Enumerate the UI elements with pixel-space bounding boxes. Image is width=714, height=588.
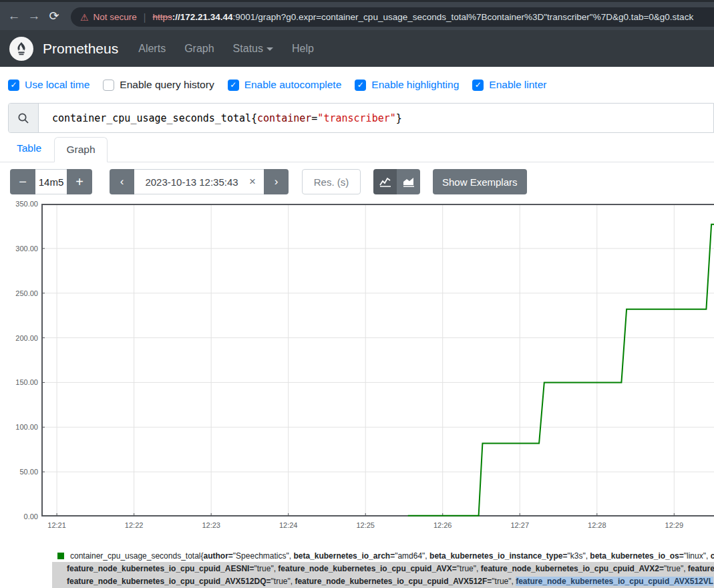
checkbox-use-local-time[interactable]: ✓Use local time xyxy=(8,79,90,91)
y-tick-label: 50.00 xyxy=(0,468,38,476)
legend-swatch-icon xyxy=(57,553,64,559)
forward-icon[interactable]: → xyxy=(24,9,44,23)
prev-time-button[interactable]: ‹ xyxy=(110,169,134,194)
stacked-graph-toggle[interactable] xyxy=(397,169,420,194)
nav-graph[interactable]: Graph xyxy=(184,43,214,55)
show-exemplars-button[interactable]: Show Exemplars xyxy=(433,169,527,194)
x-tick-label: 12:27 xyxy=(505,521,534,529)
chart-legend[interactable]: container_cpu_usage_seconds_total{author… xyxy=(52,549,714,588)
decrease-duration-button[interactable]: − xyxy=(10,169,35,194)
legend-line: feature_node_kubernetes_io_cpu_cpuid_AES… xyxy=(52,562,714,575)
legend-text: "amd64", xyxy=(395,551,429,561)
back-icon[interactable]: ← xyxy=(4,9,24,23)
y-tick-label: 250.00 xyxy=(0,289,38,297)
tab-table[interactable]: Table xyxy=(17,142,41,154)
duration-input[interactable] xyxy=(35,169,67,194)
next-time-button[interactable]: › xyxy=(264,169,289,194)
stacked-chart-icon xyxy=(403,176,415,187)
time-group: ‹ 2023-10-13 12:35:43 × › xyxy=(110,169,289,194)
legend-text: feature_node_kubernetes_io_cpu_cpuid_AES… xyxy=(67,564,254,573)
increase-duration-button[interactable]: + xyxy=(67,169,92,194)
y-tick-label: 350.00 xyxy=(0,200,38,208)
nav-help[interactable]: Help xyxy=(292,43,314,55)
legend-text: "Speechmatics", xyxy=(233,551,294,561)
checked-checkbox-icon[interactable]: ✓ xyxy=(355,80,366,91)
legend-text: "true", xyxy=(664,564,688,573)
line-graph-toggle[interactable] xyxy=(373,169,397,194)
query-input-group: container_cpu_usage_seconds_total{contai… xyxy=(8,103,714,133)
nav-status[interactable]: Status xyxy=(233,43,273,55)
checkbox-enable-query-history[interactable]: Enable query history xyxy=(103,79,214,91)
legend-text: container_cpu_usage_seconds_total{ xyxy=(70,551,204,561)
checked-checkbox-icon[interactable]: ✓ xyxy=(228,80,239,91)
reload-icon[interactable]: ⟳ xyxy=(44,9,64,23)
legend-text: author= xyxy=(204,551,233,561)
chevron-down-icon xyxy=(266,47,273,51)
checkbox-label: Enable highlighting xyxy=(371,79,459,91)
datetime-input[interactable]: 2023-10-13 12:35:43 × xyxy=(134,169,264,194)
flame-icon xyxy=(14,41,29,56)
datetime-value: 2023-10-13 12:35:43 xyxy=(134,176,249,188)
browser-toolbar: ← → ⟳ ⚠ Not secure | https ://172.21.34.… xyxy=(0,0,714,30)
legend-text: "true", xyxy=(457,564,481,573)
checkbox-label: Enable linter xyxy=(489,79,546,91)
legend-text: beta_kubernetes_io_os= xyxy=(590,551,683,561)
y-tick-label: 150.00 xyxy=(0,378,38,386)
line-chart-icon xyxy=(379,176,391,187)
resolution-input[interactable] xyxy=(302,169,361,194)
x-tick-label: 12:22 xyxy=(120,521,149,529)
search-icon xyxy=(9,104,39,132)
x-tick-label: 12:24 xyxy=(274,521,303,529)
y-tick-label: 0.00 xyxy=(0,512,38,521)
legend-text: "true", xyxy=(254,564,278,573)
legend-text: "linux", xyxy=(684,551,711,561)
checkbox-enable-autocomplete[interactable]: ✓Enable autocomplete xyxy=(228,79,342,91)
x-tick-label: 12:21 xyxy=(42,521,71,529)
settings-row: ✓Use local timeEnable query history✓Enab… xyxy=(8,75,560,95)
legend-text: feature_node_kubernetes_io_cpu_cpuid_AVX… xyxy=(481,564,664,573)
clear-datetime-icon[interactable]: × xyxy=(249,175,264,188)
brand-title[interactable]: Prometheus xyxy=(43,41,118,57)
url-host: ://172.21.34.44 xyxy=(172,12,233,22)
graph-controls: − + ‹ 2023-10-13 12:35:43 × › Show Exemp… xyxy=(0,169,714,194)
legend-text: beta_kubernetes_io_instance_type= xyxy=(429,551,567,561)
prometheus-logo-icon[interactable] xyxy=(9,37,33,61)
tab-graph[interactable]: Graph xyxy=(54,137,108,162)
url-scheme: https xyxy=(152,12,172,22)
query-token: "transcriber" xyxy=(317,112,395,124)
legend-text: feature xyxy=(688,564,714,573)
legend-text: "k3s", xyxy=(567,551,590,561)
x-tick-label: 12:23 xyxy=(196,521,226,529)
query-token: container_cpu_usage_seconds_total{ xyxy=(52,112,257,124)
query-expression-input[interactable]: container_cpu_usage_seconds_total{contai… xyxy=(39,104,713,132)
legend-text: feature_node_kubernetes_io_cpu_cpuid_AVX… xyxy=(295,577,492,586)
checkbox-enable-highlighting[interactable]: ✓Enable highlighting xyxy=(355,79,459,91)
checked-checkbox-icon[interactable]: ✓ xyxy=(8,80,19,91)
y-tick-label: 300.00 xyxy=(0,245,38,253)
duration-group: − + xyxy=(10,169,92,194)
legend-line: container_cpu_usage_seconds_total{author… xyxy=(52,549,714,562)
nav-alerts[interactable]: Alerts xyxy=(138,43,166,55)
selected-legend-text: feature_node_kubernetes_io_cpu_cpuid_AVX… xyxy=(516,577,713,586)
panel-tabs: Table Graph xyxy=(0,137,714,162)
legend-line: feature_node_kubernetes_io_cpu_cpuid_AVX… xyxy=(52,575,714,588)
chart-type-toggle xyxy=(373,169,420,194)
y-tick-label: 200.00 xyxy=(0,334,38,342)
x-tick-label: 12:28 xyxy=(582,521,612,529)
checkbox-label: Use local time xyxy=(25,79,90,91)
url-path: :9001/graph?g0.expr=container_cpu_usage_… xyxy=(233,12,694,22)
line-chart xyxy=(41,204,714,517)
query-token: } xyxy=(396,112,402,124)
unchecked-checkbox-icon[interactable] xyxy=(103,80,114,91)
legend-text: "true", xyxy=(492,577,516,586)
graph-plot-area[interactable] xyxy=(41,204,714,517)
x-tick-label: 12:29 xyxy=(659,521,689,529)
x-tick-label: 12:25 xyxy=(351,521,380,529)
checked-checkbox-icon[interactable]: ✓ xyxy=(472,80,484,91)
not-secure-label: Not secure xyxy=(94,12,137,22)
query-token: container xyxy=(257,112,311,124)
address-bar[interactable]: ⚠ Not secure | https ://172.21.34.44 :90… xyxy=(71,7,714,27)
query-token: = xyxy=(311,112,317,124)
warning-icon: ⚠ xyxy=(80,12,89,23)
checkbox-enable-linter[interactable]: ✓Enable linter xyxy=(472,79,546,91)
